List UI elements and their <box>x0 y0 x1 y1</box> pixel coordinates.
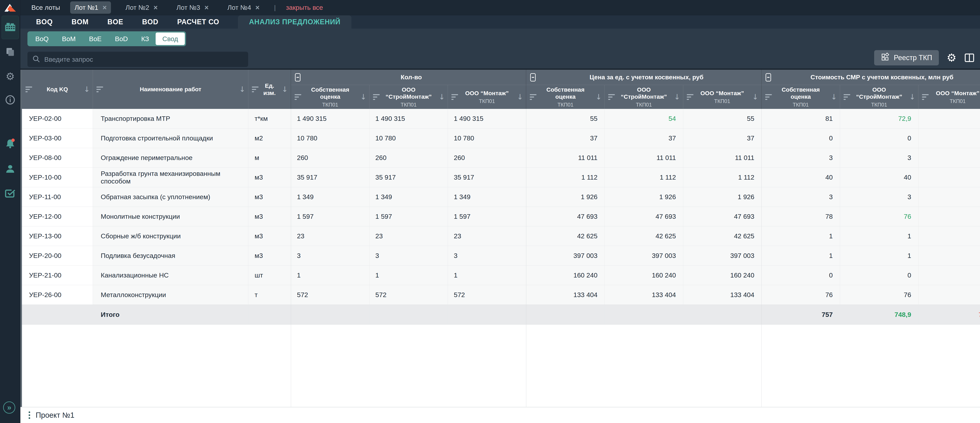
cell-qty[interactable]: 1 349 <box>448 187 526 207</box>
collapse-group-icon[interactable] <box>295 73 301 81</box>
cell-price[interactable]: 133 404 <box>683 285 762 305</box>
sort-arrow-icon[interactable]: ↓ <box>831 93 837 101</box>
sort-arrow-icon[interactable]: ↓ <box>84 85 90 93</box>
sidebar-item-settings[interactable]: ⚙ <box>4 70 16 82</box>
cell-price[interactable]: 397 003 <box>683 246 762 266</box>
cell-qty[interactable]: 1 <box>369 266 448 285</box>
cell-unit[interactable]: м <box>248 148 291 168</box>
cell-qty[interactable]: 35 917 <box>448 168 526 187</box>
sort-arrow-icon[interactable]: ↓ <box>239 85 245 93</box>
tab-boe[interactable]: BOE <box>107 15 123 29</box>
segment-bom[interactable]: BoM <box>55 33 82 45</box>
columns-layout-icon[interactable] <box>964 53 975 62</box>
filter-icon[interactable] <box>922 94 929 100</box>
cell-name[interactable]: Металлоконструкции <box>93 285 248 305</box>
cell-name[interactable]: Транспортировка МТР <box>93 109 248 128</box>
cell-qty[interactable]: 1 597 <box>291 207 369 227</box>
cell-qty[interactable]: 1 490 315 <box>448 109 526 128</box>
cell-name[interactable]: Разработка грунта механизированным спосо… <box>93 168 248 187</box>
cell-unit[interactable]: т <box>248 285 291 305</box>
cell-unit[interactable]: м3 <box>248 187 291 207</box>
column-header-unit[interactable]: Ед. изм. ↓ <box>248 70 291 109</box>
lot-tab-all[interactable]: Все лоты <box>31 4 60 11</box>
cell-price[interactable]: 397 003 <box>605 246 683 266</box>
vendor-column-header[interactable]: ООО “Монтаж” ТКП01 ↓ <box>448 85 526 109</box>
cell-cost[interactable]: 3 <box>918 148 980 168</box>
filter-icon[interactable] <box>765 94 772 100</box>
cell-price[interactable]: 54 <box>605 109 683 128</box>
lot-tab-4[interactable]: Лот №4 × <box>223 2 264 14</box>
cell-cost[interactable]: 0 <box>762 128 840 148</box>
tab-boq[interactable]: BOQ <box>36 15 53 29</box>
cell-price[interactable] <box>605 305 683 325</box>
cell-price[interactable]: 160 240 <box>526 266 605 285</box>
cell-cost[interactable]: 76 <box>762 285 840 305</box>
cell-cost[interactable]: 1 <box>762 227 840 246</box>
cell-price[interactable]: 37 <box>526 128 605 148</box>
segment-svod[interactable]: Свод <box>156 33 185 45</box>
cell-cost[interactable]: 1 <box>762 246 840 266</box>
cell-cost[interactable]: 3 <box>762 148 840 168</box>
sort-arrow-icon[interactable]: ↓ <box>282 85 288 93</box>
cell-cost[interactable]: 40 <box>840 168 918 187</box>
cell-cost[interactable]: 0 <box>840 128 918 148</box>
cell-price[interactable]: 42 625 <box>526 227 605 246</box>
cell-cost[interactable]: 77 <box>918 285 980 305</box>
cell-qty[interactable]: 3 <box>369 246 448 266</box>
cell-code[interactable]: УЕР-08-00 <box>22 148 93 168</box>
cell-qty[interactable]: 1 597 <box>369 207 448 227</box>
cell-qty[interactable] <box>448 305 526 325</box>
vendor-column-header[interactable]: ООО “СтройМонтаж” ТКП01 ↓ <box>605 85 683 109</box>
cell-name[interactable]: Канализационные НС <box>93 266 248 285</box>
cell-code[interactable]: УЕР-11-00 <box>22 187 93 207</box>
cell-price[interactable] <box>526 305 605 325</box>
cell-cost[interactable]: 3 <box>840 148 918 168</box>
cell-qty[interactable]: 10 780 <box>369 128 448 148</box>
cell-total-label[interactable]: Итого <box>93 305 248 325</box>
cell-price[interactable]: 1 112 <box>683 168 762 187</box>
cell-cost[interactable]: 0 <box>918 266 980 285</box>
collapse-group-icon[interactable] <box>765 73 771 81</box>
filter-icon[interactable] <box>452 94 458 100</box>
cell-unit[interactable]: м3 <box>248 227 291 246</box>
cell-price[interactable]: 1 112 <box>526 168 605 187</box>
sort-arrow-icon[interactable]: ↓ <box>909 93 915 101</box>
cell-price[interactable]: 1 112 <box>605 168 683 187</box>
cell-code[interactable]: УЕР-10-00 <box>22 168 93 187</box>
cell-qty[interactable]: 1 597 <box>448 207 526 227</box>
cell-price[interactable] <box>683 305 762 325</box>
sidebar-expand-button[interactable]: » <box>3 401 15 413</box>
collapse-group-icon[interactable] <box>530 73 536 81</box>
cell-cost[interactable]: 1 <box>840 227 918 246</box>
cell-price[interactable]: 42 625 <box>683 227 762 246</box>
filter-icon[interactable] <box>530 94 537 100</box>
vendor-column-header[interactable]: ООО “СтройМонтаж” ТКП01 ↓ <box>840 85 918 109</box>
tab-analiz-predlozheniy[interactable]: АНАЛИЗ ПРЕДЛОЖЕНИЙ <box>238 15 352 29</box>
cell-qty[interactable]: 35 917 <box>369 168 448 187</box>
cell-qty[interactable]: 23 <box>448 227 526 246</box>
sidebar-item-info[interactable] <box>4 94 16 106</box>
close-icon[interactable]: × <box>102 4 107 11</box>
cell-cost[interactable]: 76 <box>918 207 980 227</box>
cell-price[interactable]: 397 003 <box>526 246 605 266</box>
cell-unit[interactable]: м3 <box>248 168 291 187</box>
cell-code[interactable]: УЕР-13-00 <box>22 227 93 246</box>
lot-tab-1[interactable]: Лот №1 × <box>70 2 111 14</box>
sort-arrow-icon[interactable]: ↓ <box>596 93 602 101</box>
close-icon[interactable]: × <box>204 4 208 11</box>
lot-tab-3[interactable]: Лот №3 × <box>172 2 213 14</box>
sidebar-item-documents[interactable] <box>4 46 16 59</box>
cell-price[interactable]: 47 693 <box>526 207 605 227</box>
cell-cost[interactable]: 0 <box>840 266 918 285</box>
cell-cost[interactable]: 40 <box>918 168 980 187</box>
cell-price[interactable]: 160 240 <box>683 266 762 285</box>
cell-cost[interactable]: 757 <box>918 305 980 325</box>
cell-cost[interactable]: 40 <box>762 168 840 187</box>
vendor-column-header[interactable]: ООО “Монтаж” ТКП01 ↓ <box>918 85 980 109</box>
cell-cost[interactable]: 3 <box>918 187 980 207</box>
sidebar-item-profile[interactable] <box>4 163 16 176</box>
cell-qty[interactable]: 10 780 <box>291 128 369 148</box>
cell-unit[interactable]: шт <box>248 266 291 285</box>
segment-kz[interactable]: КЗ <box>134 33 156 45</box>
segment-boe[interactable]: BoE <box>82 33 108 45</box>
